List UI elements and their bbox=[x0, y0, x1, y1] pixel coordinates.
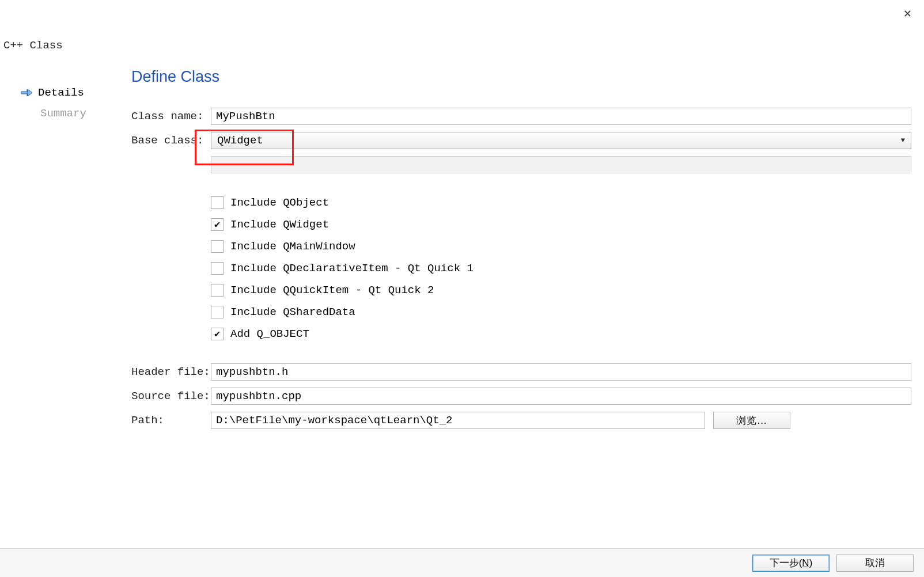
class-name-input[interactable] bbox=[211, 108, 911, 125]
wizard-sidebar: Details Summary bbox=[21, 86, 119, 128]
include-qdeclarativeitem-label: Include QDeclarativeItem - Qt Quick 1 bbox=[230, 262, 474, 275]
base-class-combo[interactable]: QWidget ▼ bbox=[211, 132, 911, 149]
add-qobject-checkbox[interactable] bbox=[211, 328, 224, 340]
base-class-value: QWidget bbox=[217, 134, 263, 147]
wizard-footer: 下一步(N) 取消 bbox=[0, 548, 924, 577]
browse-button[interactable]: 浏览... bbox=[713, 412, 790, 429]
header-file-label: Header file: bbox=[131, 366, 211, 378]
sidebar-item-summary[interactable]: Summary bbox=[21, 107, 119, 120]
include-qshareddata-checkbox[interactable] bbox=[211, 306, 224, 318]
close-icon[interactable]: ✕ bbox=[898, 3, 917, 24]
include-qmainwindow-label: Include QMainWindow bbox=[230, 240, 355, 253]
include-qquickitem-label: Include QQuickItem - Qt Quick 2 bbox=[230, 284, 434, 297]
cancel-button[interactable]: 取消 bbox=[836, 555, 914, 572]
class-name-label: Class name: bbox=[131, 110, 211, 123]
chevron-down-icon: ▼ bbox=[901, 136, 905, 145]
wizard-title: C++ Class bbox=[3, 39, 63, 52]
source-file-label: Source file: bbox=[131, 390, 211, 403]
header-file-input[interactable] bbox=[211, 363, 911, 381]
include-qquickitem-checkbox[interactable] bbox=[211, 284, 224, 297]
arrow-right-icon bbox=[21, 88, 33, 97]
type-template-input[interactable] bbox=[211, 156, 911, 173]
source-file-input[interactable] bbox=[211, 388, 911, 405]
next-button[interactable]: 下一步(N) bbox=[752, 555, 830, 572]
next-key: N bbox=[802, 557, 809, 568]
next-prefix: 下一步( bbox=[770, 557, 802, 568]
include-qwidget-label: Include QWidget bbox=[230, 218, 329, 231]
path-input[interactable] bbox=[211, 412, 705, 429]
include-qwidget-checkbox[interactable] bbox=[211, 218, 224, 231]
include-qobject-label: Include QObject bbox=[230, 196, 329, 209]
include-qobject-checkbox[interactable] bbox=[211, 196, 224, 209]
include-qmainwindow-checkbox[interactable] bbox=[211, 240, 224, 253]
sidebar-item-details[interactable]: Details bbox=[21, 86, 119, 99]
base-class-label: Base class: bbox=[131, 134, 211, 147]
page-heading: Define Class bbox=[131, 68, 911, 86]
sidebar-item-label: Summary bbox=[40, 107, 86, 120]
path-label: Path: bbox=[131, 414, 211, 427]
sidebar-item-label: Details bbox=[38, 86, 84, 99]
next-suffix: ) bbox=[809, 557, 813, 568]
add-qobject-label: Add Q_OBJECT bbox=[230, 328, 309, 340]
include-qdeclarativeitem-checkbox[interactable] bbox=[211, 262, 224, 275]
checkbox-group: Include QObject Include QWidget Include … bbox=[211, 196, 911, 340]
include-qshareddata-label: Include QSharedData bbox=[230, 306, 355, 318]
